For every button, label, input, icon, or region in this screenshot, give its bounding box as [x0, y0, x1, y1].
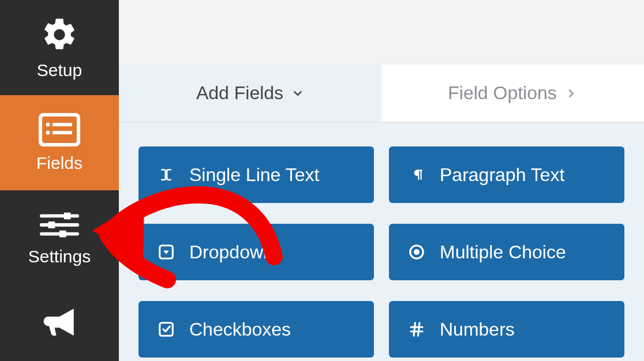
megaphone-icon: [40, 304, 78, 342]
field-label: Dropdown: [189, 242, 274, 263]
svg-point-15: [414, 249, 420, 255]
field-dropdown[interactable]: Dropdown: [138, 224, 374, 280]
sidebar-item-setup[interactable]: Setup: [0, 0, 119, 95]
chevron-down-icon: [291, 87, 304, 100]
sidebar-item-settings[interactable]: Settings: [0, 190, 119, 285]
caret-square-icon: [156, 242, 177, 262]
svg-point-4: [46, 130, 50, 134]
tab-field-options[interactable]: Field Options: [381, 65, 644, 122]
svg-marker-13: [163, 251, 169, 254]
sidebar-item-marketing[interactable]: [0, 285, 119, 360]
field-label: Numbers: [440, 319, 515, 340]
field-checkboxes[interactable]: Checkboxes: [138, 301, 374, 358]
sidebar-item-label: Setup: [37, 61, 82, 80]
field-grid: Single Line Text Paragraph Text Dropdown…: [138, 146, 624, 358]
paragraph-icon: [406, 164, 427, 185]
top-bar: [119, 0, 644, 65]
svg-rect-9: [64, 212, 71, 219]
fields-panel: Single Line Text Paragraph Text Dropdown…: [119, 122, 644, 361]
main-panel: Add Fields Field Options Single Line Tex…: [119, 0, 644, 361]
text-cursor-icon: [156, 164, 177, 185]
svg-rect-11: [59, 230, 66, 237]
gear-icon: [40, 16, 78, 54]
svg-line-20: [418, 323, 420, 336]
tab-label: Field Options: [448, 82, 557, 104]
svg-point-2: [46, 122, 50, 126]
svg-line-19: [414, 323, 415, 336]
sliders-icon: [39, 210, 80, 240]
check-square-icon: [156, 319, 177, 340]
svg-rect-5: [53, 131, 72, 134]
radio-icon: [406, 242, 427, 262]
panel-tabs: Add Fields Field Options: [119, 65, 644, 122]
svg-rect-3: [53, 123, 72, 126]
field-paragraph-text[interactable]: Paragraph Text: [389, 146, 624, 203]
field-numbers[interactable]: Numbers: [389, 301, 624, 358]
tab-add-fields[interactable]: Add Fields: [119, 65, 381, 122]
sidebar: Setup Fields Settings: [0, 0, 119, 361]
svg-rect-10: [48, 221, 55, 228]
hash-icon: [406, 319, 427, 340]
field-label: Paragraph Text: [440, 164, 564, 186]
field-label: Multiple Choice: [440, 242, 566, 263]
field-multiple-choice[interactable]: Multiple Choice: [389, 224, 624, 280]
chevron-right-icon: [565, 87, 578, 100]
list-icon: [39, 113, 80, 146]
tab-label: Add Fields: [196, 82, 283, 104]
field-label: Single Line Text: [189, 164, 319, 186]
sidebar-item-label: Fields: [36, 153, 83, 173]
svg-rect-1: [42, 116, 77, 143]
field-single-line-text[interactable]: Single Line Text: [138, 146, 374, 203]
sidebar-item-fields[interactable]: Fields: [0, 95, 119, 190]
sidebar-item-label: Settings: [28, 247, 91, 266]
field-label: Checkboxes: [189, 319, 291, 340]
